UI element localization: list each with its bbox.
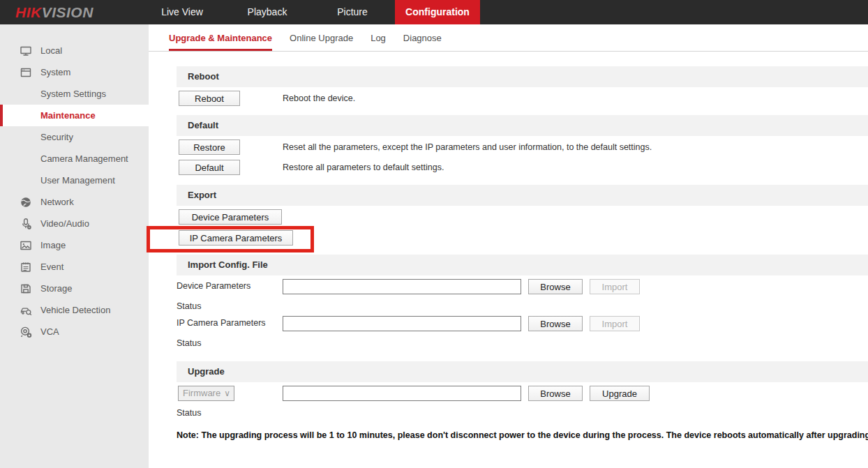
hikvision-config-page: HIKVISION Live View Playback Picture Con… [0, 0, 868, 468]
import-ip-camera-parameters-label: IP Camera Parameters [177, 318, 266, 328]
sidebar-item-label: Video/Audio [40, 218, 89, 229]
tab-log[interactable]: Log [371, 33, 386, 51]
microphone-icon [19, 217, 33, 231]
window-icon [19, 66, 33, 80]
sidebar-item-label: Security [40, 132, 73, 142]
import-ip-camera-parameters-import-button[interactable]: Import [590, 316, 640, 331]
image-icon [19, 239, 33, 252]
restore-button[interactable]: Restore [179, 139, 240, 155]
sidebar-item-label: Storage [40, 283, 73, 294]
import-device-parameters-input[interactable] [283, 279, 521, 294]
sidebar-item-label: Image [40, 240, 66, 250]
monitor-icon [19, 44, 33, 58]
import-ip-camera-parameters-browse-button[interactable]: Browse [528, 316, 583, 331]
hikvision-logo: HIKVISION [15, 0, 93, 24]
sidebar-item-user-management[interactable]: User Management [0, 169, 149, 191]
sidebar-item-label: System Settings [40, 89, 106, 99]
tab-diagnose[interactable]: Diagnose [403, 33, 442, 51]
camera-vca-icon [19, 325, 33, 339]
import-ip-camera-parameters-row: IP Camera Parameters Browse Import [177, 316, 868, 331]
calendar-icon [19, 260, 33, 274]
sidebar-item-label: VCA [40, 326, 59, 337]
default-button[interactable]: Default [179, 160, 240, 175]
sidebar-item-label: Vehicle Detection [40, 305, 110, 315]
upgrade-note: Note: The upgrading process will be 1 to… [177, 430, 868, 440]
restore-description: Reset all the parameters, except the IP … [283, 142, 652, 152]
sidebar-item-system-settings[interactable]: System Settings [0, 83, 149, 105]
sidebar-item-label: Camera Management [40, 153, 128, 164]
upgrade-row: Firmware ∨ Browse Upgrade [177, 386, 868, 401]
export-device-parameters-button[interactable]: Device Parameters [179, 209, 282, 225]
export-section-header: Export [177, 185, 868, 206]
export-device-parameters-row: Device Parameters [177, 209, 868, 225]
import-ip-camera-parameters-status-label: Status [177, 338, 868, 349]
nav-live-view[interactable]: Live View [140, 0, 225, 24]
upgrade-section-header: Upgrade [177, 361, 868, 382]
annotation-highlight-box [147, 226, 314, 252]
import-device-parameters-label: Device Parameters [177, 281, 250, 291]
upgrade-status-label: Status [177, 408, 868, 419]
globe-icon [19, 195, 33, 209]
nav-picture[interactable]: Picture [310, 0, 395, 24]
top-bar: HIKVISION Live View Playback Picture Con… [0, 0, 868, 24]
sidebar-item-image[interactable]: Image [0, 234, 149, 256]
sidebar-item-storage[interactable]: Storage [0, 278, 149, 299]
sidebar-item-label: Maintenance [40, 110, 96, 121]
import-device-parameters-status-label: Status [177, 301, 868, 312]
tab-upgrade-maintenance[interactable]: Upgrade & Maintenance [169, 33, 272, 51]
restore-row: Restore Reset all the parameters, except… [177, 139, 868, 155]
import-device-parameters-import-button[interactable]: Import [590, 279, 640, 294]
logo-hik: HIK [15, 4, 42, 20]
sidebar-item-maintenance[interactable]: Maintenance [0, 105, 149, 126]
upgrade-button[interactable]: Upgrade [590, 386, 650, 401]
nav-playback[interactable]: Playback [225, 0, 310, 24]
sidebar-item-network[interactable]: Network [0, 191, 149, 213]
import-config-section-header: Import Config. File [177, 255, 868, 275]
sidebar-item-event[interactable]: Event [0, 256, 149, 278]
sidebar-item-vehicle-detection[interactable]: Vehicle Detection [0, 299, 149, 321]
sidebar-item-label: Network [40, 197, 74, 207]
sidebar-item-vca[interactable]: VCA [0, 321, 149, 342]
sidebar-item-system[interactable]: System [0, 61, 149, 83]
chevron-down-icon: ∨ [224, 386, 230, 400]
sidebar-item-label: Event [40, 262, 63, 272]
nav-configuration[interactable]: Configuration [395, 0, 480, 24]
sidebar-item-label: System [40, 67, 70, 77]
sidebar-item-camera-management[interactable]: Camera Management [0, 148, 149, 169]
firmware-type-value: Firmware [183, 388, 220, 398]
vehicle-search-icon [19, 303, 33, 317]
default-section-header: Default [177, 115, 868, 136]
sidebar-item-security[interactable]: Security [0, 126, 149, 148]
import-ip-camera-parameters-input[interactable] [283, 316, 521, 331]
import-device-parameters-row: Device Parameters Browse Import [177, 279, 868, 294]
tab-bar: Upgrade & Maintenance Online Upgrade Log… [149, 24, 868, 52]
sidebar-item-label: User Management [40, 175, 115, 186]
default-row: Default Restore all parameters to defaul… [177, 160, 868, 175]
reboot-row: Reboot Reboot the device. [177, 91, 868, 106]
tab-online-upgrade[interactable]: Online Upgrade [290, 33, 353, 51]
sidebar: Local System System Settings Maintenance… [0, 24, 149, 468]
upgrade-browse-button[interactable]: Browse [528, 386, 583, 401]
reboot-section-header: Reboot [177, 66, 868, 87]
top-nav: Live View Playback Picture Configuration [140, 0, 480, 24]
reboot-button[interactable]: Reboot [179, 91, 240, 106]
import-device-parameters-browse-button[interactable]: Browse [528, 279, 583, 294]
sidebar-item-local[interactable]: Local [0, 40, 149, 61]
firmware-type-select[interactable]: Firmware ∨ [178, 386, 234, 401]
sidebar-item-label: Local [40, 45, 62, 56]
default-description: Restore all parameters to default settin… [283, 163, 444, 172]
maintenance-panel: Reboot Reboot Reboot the device. Default… [149, 66, 868, 440]
reboot-description: Reboot the device. [283, 93, 355, 103]
floppy-disk-icon [19, 282, 33, 296]
logo-vision: VISION [42, 4, 93, 20]
upgrade-file-input[interactable] [283, 386, 521, 401]
sidebar-item-video-audio[interactable]: Video/Audio [0, 213, 149, 234]
